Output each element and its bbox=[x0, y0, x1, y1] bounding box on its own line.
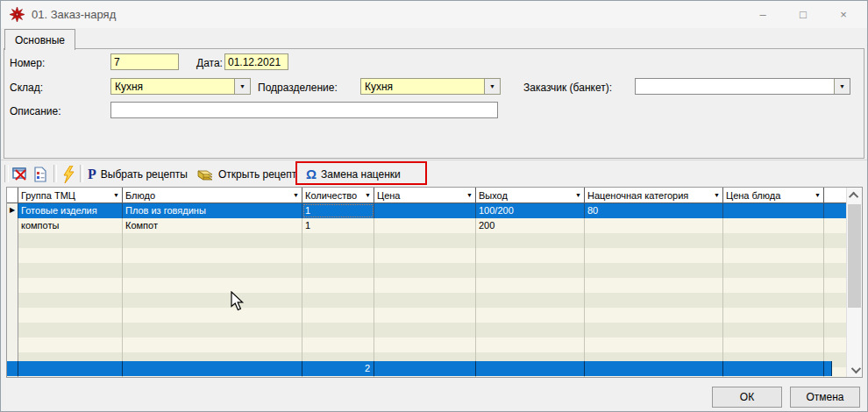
table-delete-icon bbox=[12, 167, 29, 181]
warehouse-value: Кухня bbox=[111, 81, 234, 93]
department-combo[interactable]: Кухня ▼ bbox=[360, 78, 501, 95]
open-recipe-label: Открыть рецепт bbox=[218, 168, 296, 181]
grid-inner: Группа ТМЦ▼ Блюдо▼ Количество▼ Цена▼ Вых… bbox=[7, 188, 847, 377]
empty-row[interactable] bbox=[7, 248, 847, 263]
row-selector[interactable]: ▶ bbox=[7, 203, 18, 218]
date-field[interactable] bbox=[224, 53, 288, 70]
document-properties-icon bbox=[33, 167, 47, 182]
warehouse-label: Склад: bbox=[10, 82, 43, 94]
toolbar: P Выбрать рецепты Открыть рецепт Ω Замен… bbox=[1, 160, 867, 187]
column-header[interactable]: Группа ТМЦ▼ bbox=[18, 188, 123, 203]
grid-cell[interactable]: Плов из говядины bbox=[123, 203, 302, 218]
description-label: Описание: bbox=[10, 105, 61, 117]
delete-row-button[interactable] bbox=[9, 164, 32, 184]
red-highlight-annotation bbox=[295, 161, 427, 185]
grid-empty-rows bbox=[7, 233, 847, 377]
empty-row[interactable] bbox=[7, 233, 847, 248]
chevron-down-icon bbox=[850, 363, 860, 373]
column-header[interactable]: Цена блюда▼ bbox=[723, 188, 824, 203]
properties-button[interactable] bbox=[30, 164, 51, 184]
filter-arrow-icon[interactable]: ▼ bbox=[573, 192, 581, 198]
row-selector[interactable] bbox=[7, 218, 18, 233]
grid-cell[interactable]: 200 bbox=[476, 218, 585, 233]
header-selector bbox=[7, 188, 18, 203]
window-controls: – □ × bbox=[743, 1, 864, 28]
chevron-up-icon bbox=[848, 191, 857, 201]
column-header[interactable]: Цена▼ bbox=[374, 188, 476, 203]
grid-summary-row: 2 bbox=[7, 361, 832, 376]
scrollbar-thumb[interactable] bbox=[848, 204, 861, 308]
empty-row[interactable] bbox=[7, 293, 847, 308]
items-grid: Группа ТМЦ▼ Блюдо▼ Количество▼ Цена▼ Вых… bbox=[6, 187, 863, 378]
chevron-down-icon[interactable]: ▼ bbox=[234, 79, 250, 94]
column-header[interactable]: Наценочная категория▼ bbox=[585, 188, 723, 203]
grid-header: Группа ТМЦ▼ Блюдо▼ Количество▼ Цена▼ Вых… bbox=[7, 188, 847, 203]
empty-row[interactable] bbox=[7, 308, 847, 323]
chevron-down-icon[interactable]: ▼ bbox=[834, 79, 850, 94]
description-field[interactable] bbox=[110, 102, 498, 118]
department-value: Кухня bbox=[361, 81, 484, 93]
grid-cell[interactable]: 1 bbox=[302, 218, 374, 233]
tab-osnovnye[interactable]: Основные bbox=[4, 29, 75, 50]
select-recipes-button[interactable]: P Выбрать рецепты bbox=[84, 164, 191, 184]
filter-arrow-icon[interactable]: ▼ bbox=[464, 192, 473, 198]
customer-label: Заказчик (банкет): bbox=[523, 82, 612, 94]
cancel-button[interactable]: Отмена bbox=[790, 387, 860, 408]
quantity-total: 2 bbox=[302, 361, 374, 376]
number-label: Номер: bbox=[10, 57, 45, 69]
grid-cell[interactable]: 100/200 bbox=[476, 203, 585, 218]
empty-row[interactable] bbox=[7, 278, 847, 293]
minimize-button[interactable]: – bbox=[743, 1, 783, 28]
grid-cell[interactable]: 80 bbox=[585, 203, 723, 218]
scroll-down-button[interactable] bbox=[847, 362, 862, 377]
grid-cell[interactable] bbox=[585, 218, 723, 233]
empty-row[interactable] bbox=[7, 323, 847, 337]
toolbar-separator bbox=[80, 165, 83, 182]
column-header[interactable]: Выход▼ bbox=[476, 188, 585, 203]
title-bar[interactable]: 01. Заказ-наряд bbox=[1, 1, 867, 28]
grid-rows: ▶Готовые изделияПлов из говядины1100/200… bbox=[7, 203, 847, 233]
ok-button[interactable]: ОК bbox=[712, 387, 782, 408]
scroll-up-button[interactable] bbox=[847, 188, 862, 202]
close-button[interactable]: × bbox=[823, 1, 864, 28]
order-window: 01. Заказ-наряд – □ × Основные Номер: Да… bbox=[0, 0, 868, 412]
customer-combo[interactable]: ▼ bbox=[635, 78, 850, 95]
open-recipe-button[interactable]: Открыть рецепт bbox=[193, 164, 300, 184]
empty-row[interactable] bbox=[7, 263, 847, 278]
header-filler bbox=[824, 188, 847, 203]
filter-arrow-icon[interactable]: ▼ bbox=[711, 192, 720, 198]
app-star-icon bbox=[10, 7, 25, 22]
grid-cell[interactable]: Компот bbox=[123, 218, 302, 233]
recalculate-button[interactable] bbox=[58, 164, 79, 184]
toolbar-separator bbox=[53, 165, 57, 182]
maximize-button[interactable]: □ bbox=[783, 1, 823, 28]
filter-arrow-icon[interactable]: ▼ bbox=[812, 192, 821, 198]
department-label: Подразделение: bbox=[258, 82, 338, 94]
grid-cell[interactable]: Готовые изделия bbox=[18, 203, 123, 218]
grid-cell[interactable] bbox=[723, 218, 824, 233]
column-header[interactable]: Количество▼ bbox=[302, 188, 374, 203]
grid-cell[interactable] bbox=[374, 203, 476, 218]
grid-cell[interactable]: компоты bbox=[18, 218, 123, 233]
tab-label: Основные bbox=[15, 34, 65, 46]
grid-cell[interactable] bbox=[723, 203, 824, 218]
grid-cell[interactable]: 1 bbox=[302, 203, 374, 218]
column-header[interactable]: Блюдо▼ bbox=[123, 188, 302, 203]
grid-cell[interactable] bbox=[374, 218, 476, 233]
number-field[interactable] bbox=[110, 53, 179, 70]
empty-row[interactable] bbox=[7, 337, 847, 352]
table-row[interactable]: компотыКомпот1200 bbox=[7, 218, 847, 233]
select-recipes-label: Выбрать рецепты bbox=[101, 168, 188, 181]
recipes-p-icon: P bbox=[88, 167, 96, 182]
window-title: 01. Заказ-наряд bbox=[32, 8, 116, 21]
lightning-icon bbox=[61, 166, 75, 183]
filter-arrow-icon[interactable]: ▼ bbox=[110, 192, 119, 198]
chevron-down-icon[interactable]: ▼ bbox=[484, 79, 500, 94]
recipe-book-icon bbox=[196, 167, 214, 181]
filter-arrow-icon[interactable]: ▼ bbox=[362, 192, 371, 198]
table-row[interactable]: ▶Готовые изделияПлов из говядины1100/200… bbox=[7, 203, 847, 218]
vertical-scrollbar[interactable] bbox=[846, 188, 862, 377]
date-label: Дата: bbox=[196, 57, 223, 69]
warehouse-combo[interactable]: Кухня ▼ bbox=[110, 78, 251, 95]
filter-arrow-icon[interactable]: ▼ bbox=[290, 192, 299, 198]
